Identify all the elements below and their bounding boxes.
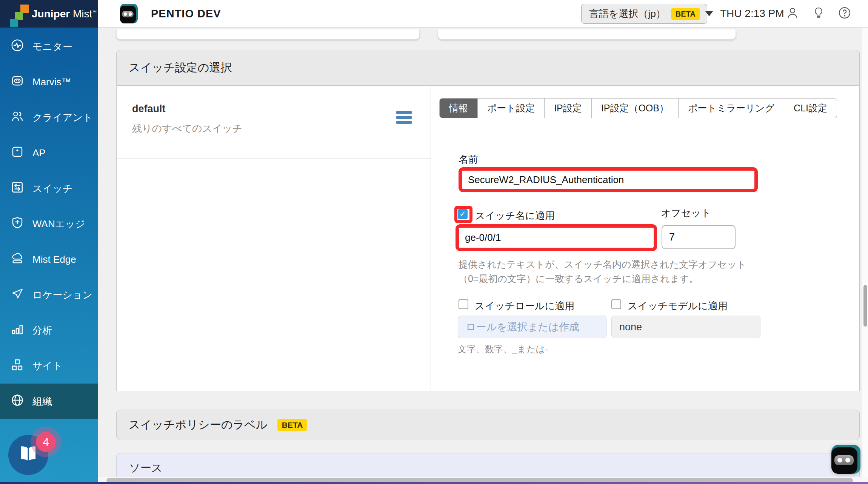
wan-edge-icon [11, 216, 24, 232]
sidebar-item-wan-edge[interactable]: WANエッジ [0, 206, 98, 242]
notification-badge[interactable]: 4 [36, 432, 56, 452]
org-name[interactable]: PENTIO DEV [151, 8, 221, 20]
template-name: default [132, 103, 166, 115]
offset-label: オフセット [661, 207, 711, 220]
sidebar-item-label: クライアント [32, 111, 93, 124]
offset-input[interactable] [662, 225, 736, 249]
account-icon[interactable] [786, 6, 799, 21]
tab-ip-config[interactable]: IP設定 [545, 99, 592, 118]
sidebar-item-label: ロケーション [32, 288, 92, 302]
sidebar-item-monitor[interactable]: モニター [0, 29, 98, 64]
section-header-policy-labels: スイッチポリシーのラベル BETA [116, 410, 860, 440]
name-label: 名前 [459, 153, 478, 166]
sidebar-item-mist-edge[interactable]: Mist Edge [0, 242, 98, 277]
role-hint: 文字、数字、_または- [458, 343, 548, 355]
app-window: Juniper Mist™ モニター Marvis™ クライアント AP スイッ… [0, 0, 868, 484]
sidebar-item-label: モニター [32, 40, 72, 53]
sidebar-item-label: Marvis™ [32, 76, 71, 88]
offset-help-text: 提供されたテキストが、スイッチ名内の選択された文字オフセット（0=最初の文字）に… [459, 257, 764, 286]
drag-handle-icon[interactable] [396, 111, 412, 126]
apply-name-label: スイッチ名に適用 [475, 209, 555, 222]
tab-port-config[interactable]: ポート設定 [478, 99, 545, 118]
apply-name-checkbox[interactable]: ✓ [458, 209, 468, 219]
sidebar-item-organization[interactable]: 組織 [0, 384, 98, 419]
sidebar-item-label: サイト [32, 359, 63, 373]
detail-tabs: 情報 ポート設定 IP設定 IP設定（OOB） ポートミラーリング CLI設定 [439, 98, 837, 118]
apply-model-label: スイッチモデルに適用 [628, 299, 728, 313]
tab-info[interactable]: 情報 [440, 99, 478, 118]
location-icon [11, 287, 24, 303]
sidebar-item-clients[interactable]: クライアント [0, 100, 98, 135]
sidebar-item-sites[interactable]: サイト [0, 348, 98, 384]
sites-icon [11, 358, 24, 374]
mist-edge-icon [11, 251, 24, 268]
top-bar: PENTIO DEV 言語を選択（jp） BETA THU 2:13 PM [98, 0, 868, 28]
name-input[interactable] [462, 171, 754, 189]
sidebar-item-location[interactable]: ロケーション [0, 277, 98, 313]
scrolled-panel-edge-left [116, 29, 420, 40]
template-detail: 情報 ポート設定 IP設定 IP設定（OOB） ポートミラーリング CLI設定 … [431, 86, 859, 391]
org-avatar-robot-icon[interactable] [120, 4, 138, 23]
organization-icon [11, 393, 24, 410]
monitor-icon [11, 39, 24, 55]
template-scope: 残りのすべてのスイッチ [132, 122, 242, 135]
sidebar-item-switch[interactable]: スイッチ [0, 171, 98, 206]
apply-role-label: スイッチロールに適用 [475, 299, 574, 313]
clock: THU 2:13 PM [720, 8, 784, 20]
marvis-fab-robot-icon[interactable] [831, 445, 860, 474]
sidebar-item-label: AP [32, 147, 46, 159]
language-selector[interactable]: 言語を選択（jp） BETA [581, 4, 707, 24]
switch-icon [11, 180, 24, 197]
sidebar-item-label: 分析 [32, 324, 52, 337]
vertical-scrollbar-thumb[interactable] [863, 285, 867, 327]
logo-square-teal [10, 19, 18, 27]
logo-text: Juniper Mist™ [32, 8, 97, 20]
template-row-default[interactable]: default 残りのすべてのスイッチ [117, 86, 431, 159]
sidebar-item-label: 組織 [32, 395, 52, 408]
sidebar-item-label: WANエッジ [32, 217, 85, 231]
source-title: ソース [129, 461, 162, 476]
sidebar: Juniper Mist™ モニター Marvis™ クライアント AP スイッ… [0, 0, 98, 484]
section-title: スイッチ設定の選択 [129, 60, 232, 76]
name-annotation-box [459, 167, 758, 192]
sidebar-item-label: スイッチ [32, 182, 72, 195]
template-list: default 残りのすべてのスイッチ [117, 86, 431, 391]
vertical-scrollbar [862, 28, 868, 477]
juniper-mist-logo[interactable]: Juniper Mist™ [0, 0, 98, 28]
analytics-icon [11, 322, 24, 339]
tab-cli-config[interactable]: CLI設定 [784, 99, 837, 118]
role-select-input[interactable] [458, 316, 606, 338]
language-beta-badge: BETA [671, 8, 700, 20]
ap-icon [11, 145, 24, 161]
sidebar-nav: モニター Marvis™ クライアント AP スイッチ WANエッジ [0, 28, 98, 419]
section-header-switch-config: スイッチ設定の選択 [116, 50, 860, 86]
chevron-down-icon [705, 11, 713, 16]
section-title: スイッチポリシーのラベル [129, 417, 268, 433]
language-label: 言語を選択（jp） [589, 7, 666, 20]
scrolled-panel-edge-right [438, 29, 736, 40]
model-input[interactable] [611, 316, 760, 338]
whats-new-bulb-icon[interactable] [812, 6, 825, 21]
sidebar-item-ap[interactable]: AP [0, 135, 98, 171]
apply-role-checkbox[interactable] [459, 299, 468, 309]
sidebar-item-label: Mist Edge [32, 254, 76, 265]
marvis-icon [11, 74, 24, 90]
pattern-annotation-box [456, 224, 657, 251]
policy-beta-badge: BETA [277, 419, 308, 431]
tab-port-mirroring[interactable]: ポートミラーリング [679, 99, 784, 118]
help-icon[interactable] [838, 6, 851, 21]
sidebar-item-analytics[interactable]: 分析 [0, 313, 98, 348]
sidebar-item-marvis[interactable]: Marvis™ [0, 64, 98, 100]
name-pattern-input[interactable] [459, 228, 654, 248]
apply-model-checkbox[interactable] [611, 299, 621, 309]
switch-config-panel: default 残りのすべてのスイッチ 情報 ポート設定 IP設定 IP設定（O… [116, 86, 860, 391]
bottom-accent-strip [0, 482, 868, 484]
clients-icon [11, 109, 24, 126]
tab-ip-config-oob[interactable]: IP設定（OOB） [592, 99, 679, 118]
